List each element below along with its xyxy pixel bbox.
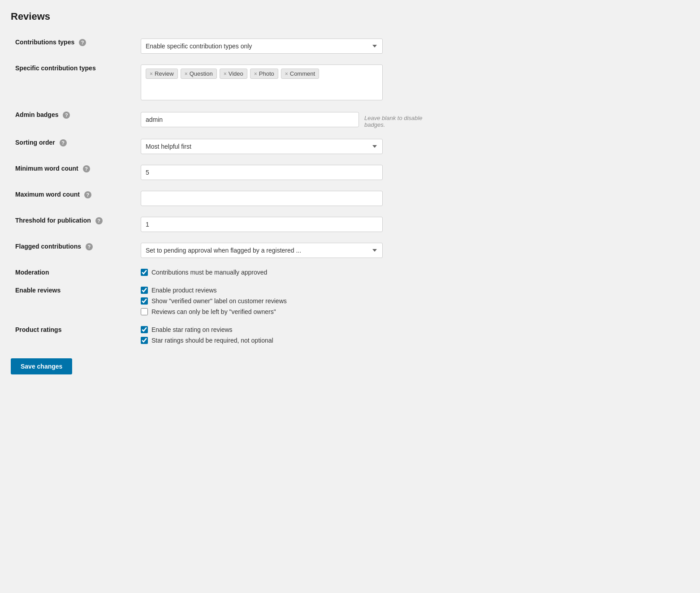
control-specific-contribution-types: × Review × Question × Video × Photo	[136, 59, 441, 106]
checkbox-enable-star-rating[interactable]	[141, 326, 148, 333]
label-maximum-word-count: Maximum word count ?	[11, 185, 136, 211]
help-icon-flagged-contributions[interactable]: ?	[86, 243, 93, 250]
label-enable-reviews: Enable reviews	[11, 281, 136, 321]
help-icon-maximum-word-count[interactable]: ?	[84, 191, 91, 198]
checkbox-row-show-verified-owner: Show "verified owner" label on customer …	[141, 297, 436, 305]
checkbox-show-verified-owner[interactable]	[141, 297, 148, 305]
threshold-for-publication-input[interactable]	[141, 217, 383, 232]
admin-badges-input[interactable]	[141, 112, 359, 127]
row-specific-contribution-types: Specific contribution types × Review × Q…	[11, 59, 441, 106]
control-maximum-word-count	[136, 185, 441, 211]
label-product-ratings: Product ratings	[11, 321, 136, 349]
sorting-order-select[interactable]: Most helpful first Newest first Oldest f…	[141, 139, 383, 154]
settings-form: Contributions types ? Enable specific co…	[11, 33, 441, 349]
help-icon-threshold-for-publication[interactable]: ?	[95, 217, 103, 224]
label-moderation: Moderation	[11, 263, 136, 281]
control-moderation: Contributions must be manually approved	[136, 263, 441, 281]
checkbox-label-only-verified-owners[interactable]: Reviews can only be left by "verified ow…	[151, 308, 276, 315]
page-container: Reviews Contributions types ? Enable spe…	[11, 11, 441, 374]
control-flagged-contributions: Set to pending approval when flagged by …	[136, 237, 441, 263]
help-icon-contributions-types[interactable]: ?	[79, 39, 86, 46]
checkbox-row-moderation: Contributions must be manually approved	[141, 269, 436, 276]
control-enable-reviews: Enable product reviews Show "verified ow…	[136, 281, 441, 321]
admin-badges-hint: Leave blank to disable badges.	[364, 111, 436, 128]
label-threshold-for-publication: Threshold for publication ?	[11, 211, 136, 237]
checkbox-label-show-verified-owner[interactable]: Show "verified owner" label on customer …	[151, 297, 287, 305]
tag-video: × Video	[220, 69, 247, 79]
checkbox-star-ratings-required[interactable]	[141, 337, 148, 344]
save-button[interactable]: Save changes	[11, 358, 72, 374]
row-contributions-types: Contributions types ? Enable specific co…	[11, 33, 441, 59]
flagged-contributions-select[interactable]: Set to pending approval when flagged by …	[141, 243, 383, 258]
label-flagged-contributions: Flagged contributions ?	[11, 237, 136, 263]
tag-remove-question[interactable]: ×	[185, 71, 188, 77]
control-contributions-types: Enable specific contribution types only …	[136, 33, 441, 59]
tag-question: × Question	[181, 69, 217, 79]
checkbox-row-enable-star-rating: Enable star rating on reviews	[141, 326, 436, 333]
checkbox-label-star-ratings-required[interactable]: Star ratings should be required, not opt…	[151, 337, 273, 344]
row-sorting-order: Sorting order ? Most helpful first Newes…	[11, 133, 441, 159]
row-moderation: Moderation Contributions must be manuall…	[11, 263, 441, 281]
checkbox-row-only-verified-owners: Reviews can only be left by "verified ow…	[141, 308, 436, 315]
contributions-types-select[interactable]: Enable specific contribution types only …	[141, 39, 383, 54]
tag-review: × Review	[146, 69, 178, 79]
help-icon-minimum-word-count[interactable]: ?	[83, 165, 90, 172]
control-minimum-word-count	[136, 159, 441, 185]
checkbox-label-enable-product-reviews[interactable]: Enable product reviews	[151, 287, 217, 294]
tag-remove-photo[interactable]: ×	[254, 71, 257, 77]
row-threshold-for-publication: Threshold for publication ?	[11, 211, 441, 237]
tag-remove-comment[interactable]: ×	[285, 71, 288, 77]
tag-photo: × Photo	[250, 69, 278, 79]
tag-remove-review[interactable]: ×	[150, 71, 153, 77]
checkbox-label-enable-star-rating[interactable]: Enable star rating on reviews	[151, 326, 233, 333]
row-enable-reviews: Enable reviews Enable product reviews Sh…	[11, 281, 441, 321]
checkbox-only-verified-owners[interactable]	[141, 308, 148, 315]
maximum-word-count-input[interactable]	[141, 191, 383, 206]
row-flagged-contributions: Flagged contributions ? Set to pending a…	[11, 237, 441, 263]
row-minimum-word-count: Minimum word count ?	[11, 159, 441, 185]
help-icon-sorting-order[interactable]: ?	[60, 139, 67, 146]
control-admin-badges: Leave blank to disable badges.	[136, 106, 441, 133]
label-admin-badges: Admin badges ?	[11, 106, 136, 133]
label-contributions-types: Contributions types ?	[11, 33, 136, 59]
row-product-ratings: Product ratings Enable star rating on re…	[11, 321, 441, 349]
label-minimum-word-count: Minimum word count ?	[11, 159, 136, 185]
label-specific-contribution-types: Specific contribution types	[11, 59, 136, 106]
control-threshold-for-publication	[136, 211, 441, 237]
checkbox-row-star-ratings-required: Star ratings should be required, not opt…	[141, 337, 436, 344]
page-title: Reviews	[11, 11, 441, 22]
tags-container[interactable]: × Review × Question × Video × Photo	[141, 64, 383, 100]
label-sorting-order: Sorting order ?	[11, 133, 136, 159]
row-admin-badges: Admin badges ? Leave blank to disable ba…	[11, 106, 441, 133]
tag-comment: × Comment	[281, 69, 319, 79]
minimum-word-count-input[interactable]	[141, 165, 383, 180]
checkbox-row-enable-product-reviews: Enable product reviews	[141, 287, 436, 294]
checkbox-enable-product-reviews[interactable]	[141, 287, 148, 294]
tag-remove-video[interactable]: ×	[224, 71, 227, 77]
checkbox-moderation-manual[interactable]	[141, 269, 148, 276]
help-icon-admin-badges[interactable]: ?	[63, 112, 70, 119]
checkbox-label-moderation-manual[interactable]: Contributions must be manually approved	[151, 269, 267, 276]
control-product-ratings: Enable star rating on reviews Star ratin…	[136, 321, 441, 349]
row-maximum-word-count: Maximum word count ?	[11, 185, 441, 211]
control-sorting-order: Most helpful first Newest first Oldest f…	[136, 133, 441, 159]
